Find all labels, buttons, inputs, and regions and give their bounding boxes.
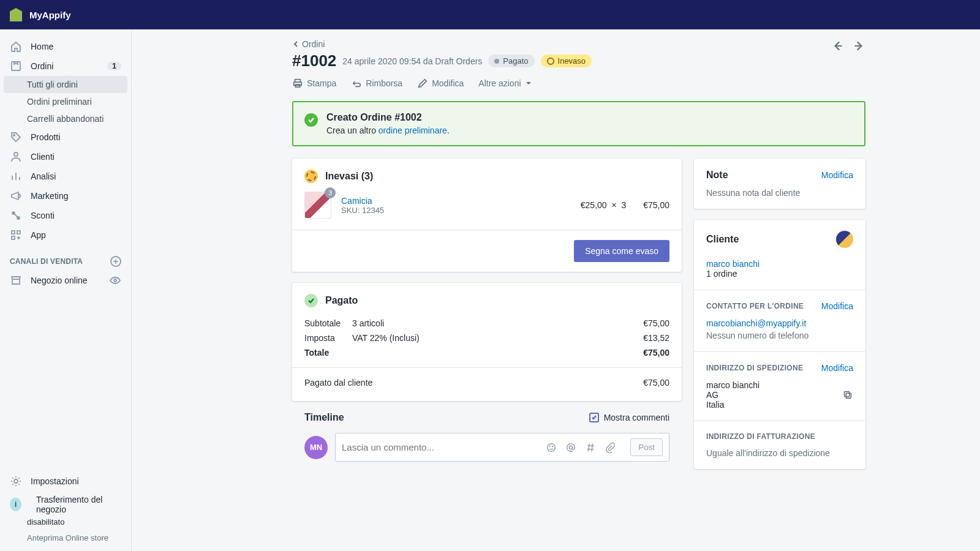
svg-point-7 [14,479,18,483]
refund-action[interactable]: Rimborsa [351,78,402,89]
order-meta: 24 aprile 2020 09:54 da Draft Orders [342,56,482,66]
transfer-notice[interactable]: i Trasferimento del negozio [0,491,131,514]
order-number: #1002 [292,51,336,70]
more-actions[interactable]: Altre azioni [478,78,532,89]
total-row: Totale€75,00 [304,345,669,360]
svg-point-2 [14,152,18,156]
top-bar: MyAppify [0,0,980,29]
line-total: €75,00 [643,200,669,210]
print-icon [292,78,303,89]
nav-customers[interactable]: Clienti [0,147,131,167]
comment-box[interactable]: Post [335,433,669,462]
customer-card: Cliente marco bianchi 1 ordine CONTATTO … [694,220,865,469]
post-button[interactable]: Post [630,438,663,456]
customer-order-count: 1 ordine [706,269,853,279]
svg-rect-16 [845,392,850,397]
svg-rect-9 [294,82,302,85]
notes-edit-link[interactable]: Modifica [821,170,853,180]
eye-icon[interactable] [109,274,121,287]
add-channel-icon[interactable]: + [110,256,121,267]
nav-marketing[interactable]: Marketing [0,186,131,206]
copy-address-icon[interactable] [842,389,853,400]
paid-pill: Pagato [488,54,534,67]
nav-home-label: Home [31,42,53,51]
megaphone-icon [10,190,22,202]
ship-name: marco bianchi [706,380,760,390]
customer-avatar[interactable] [836,231,853,248]
draft-order-link[interactable]: ordine preliminare [379,126,447,135]
item-name-link[interactable]: Camicia [341,196,384,206]
emoji-icon[interactable] [546,442,557,453]
no-phone: Nessun numero di telefono [706,331,853,340]
edit-action[interactable]: Modifica [417,78,464,89]
orders-icon [10,60,22,72]
nav-orders-label: Ordini [31,61,53,71]
banner-title: Creato Ordine #1002 [326,112,450,123]
banner-body: Crea un altro ordine preliminare. [326,126,450,135]
hash-icon[interactable] [585,442,596,453]
check-icon [304,113,318,127]
tag-icon [10,131,22,143]
unfulfilled-pill: Inevaso [541,54,592,67]
gear-icon [10,475,22,487]
ship-region: AG [706,390,760,400]
checkbox-icon [589,413,599,422]
next-arrow-icon[interactable] [852,39,865,53]
unfulfilled-status-icon [304,170,318,183]
customer-name-link[interactable]: marco bianchi [706,259,853,269]
chart-icon [10,170,22,182]
chevron-down-icon [525,80,532,87]
notes-empty: Nessuna nota dal cliente [706,188,853,198]
print-action[interactable]: Stampa [292,78,336,89]
refund-icon [351,78,362,89]
store-icon [10,274,22,287]
mention-icon[interactable] [565,442,576,453]
customer-email-link[interactable]: marcobianchi@myappify.it [706,318,853,328]
item-sku: SKU: 12345 [341,206,384,215]
main-content: Ordini #1002 24 aprile 2020 09:54 da Dra… [132,29,980,551]
channels-section-label: CANALI DI VENDITA + [0,245,131,271]
billing-label: INDIRIZZO DI FATTURAZIONE [706,432,853,441]
nav-products[interactable]: Prodotti [0,127,131,147]
svg-point-13 [552,446,553,446]
info-icon: i [10,498,21,511]
discount-icon [10,209,22,222]
nav-orders[interactable]: Ordini 1 [0,56,131,76]
prev-arrow-icon[interactable] [831,39,845,53]
nav-abandoned-carts[interactable]: Carrelli abbandonati [0,110,131,127]
nav-online-store[interactable]: Negozio online [0,271,131,290]
attachment-icon[interactable] [605,442,616,453]
notes-title: Note [706,170,728,181]
contact-edit-link[interactable]: Modifica [821,301,853,311]
nav-discounts[interactable]: Sconti [0,206,131,225]
unit-price: €25,00 × 3 [581,200,626,210]
paid-title: Pagato [325,295,358,306]
show-comments-toggle[interactable]: Mostra commenti [589,413,669,422]
svg-rect-15 [846,393,851,398]
svg-rect-3 [12,231,15,234]
nav-home[interactable]: Home [0,37,131,56]
ship-country: Italia [706,400,760,410]
svg-rect-4 [17,231,20,234]
sidebar: Home Ordini 1 Tutti gli ordini Ordini pr… [0,29,132,551]
order-actions: Stampa Rimborsa Modifica Altre azioni [292,78,865,89]
nav-all-orders[interactable]: Tutti gli ordini [4,76,127,93]
pencil-icon [417,78,428,89]
timeline-title: Timeline [304,412,344,423]
nav-apps[interactable]: App [0,225,131,245]
nav-settings[interactable]: Impostazioni [0,471,131,491]
line-item: 3 Camicia SKU: 12345 €25,00 × 3 €75,00 [304,183,669,219]
comment-input[interactable] [342,442,546,452]
chevron-left-icon [292,40,300,48]
shipping-edit-link[interactable]: Modifica [821,363,853,373]
nav-draft-orders[interactable]: Ordini preliminari [0,93,131,110]
subtotal-row: Subtotale3 articoli€75,00 [304,316,669,331]
unfulfilled-title: Inevasi (3) [325,171,373,182]
svg-point-14 [570,446,573,449]
svg-point-1 [13,135,15,136]
mark-fulfilled-button[interactable]: Segna come evaso [574,240,669,262]
shopify-logo-icon [10,8,22,21]
product-thumbnail[interactable]: 3 [304,192,331,219]
breadcrumb[interactable]: Ordini [292,39,831,49]
nav-analytics[interactable]: Analisi [0,167,131,186]
